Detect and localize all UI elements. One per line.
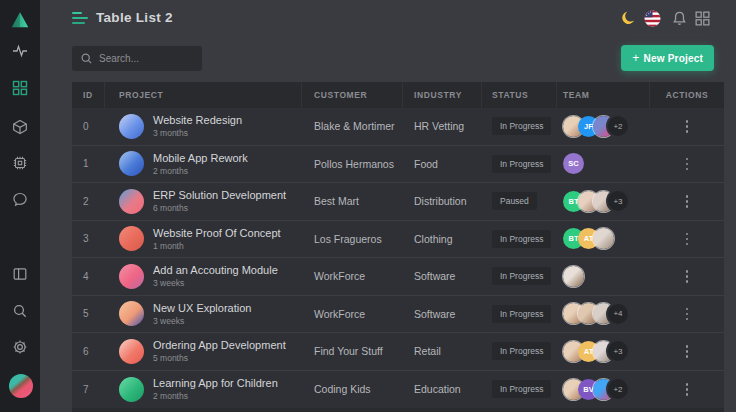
row-actions-menu-button[interactable] [679, 153, 696, 176]
status-badge: In Progress [492, 155, 551, 173]
customer-cell: Coding Kids [302, 371, 403, 409]
project-avatar [119, 151, 144, 176]
project-avatar [119, 226, 144, 251]
status-badge: Paused [492, 192, 537, 210]
status-cell: In Progress [482, 108, 557, 145]
plus-icon: + [632, 51, 639, 65]
apps-menu-button[interactable] [694, 10, 711, 27]
sidebar-item-search[interactable] [12, 303, 28, 319]
dark-mode-toggle[interactable] [620, 10, 637, 27]
actions-cell [650, 333, 724, 370]
project-name[interactable]: Learning App for Children [153, 377, 278, 389]
status-badge: In Progress [492, 267, 551, 285]
project-avatar [119, 301, 144, 326]
team-member-photo[interactable] [563, 266, 584, 287]
team-extra-count[interactable]: +4 [608, 304, 628, 324]
project-name[interactable]: ERP Solution Development [153, 189, 286, 201]
project-avatar [119, 114, 144, 139]
row-id: 0 [72, 108, 105, 145]
settings-gear-icon [12, 339, 28, 355]
table-row: 7 Learning App for Children 2 months Cod… [72, 371, 724, 409]
row-id: 1 [72, 146, 105, 183]
row-id: 2 [72, 183, 105, 220]
row-actions-menu-button[interactable] [679, 303, 696, 326]
triangle-logo-icon [9, 9, 31, 31]
status-badge: In Progress [492, 380, 551, 398]
row-actions-menu-button[interactable] [679, 115, 696, 138]
team-member-initials[interactable]: SC [563, 153, 584, 174]
project-name[interactable]: Add an Accouting Module [153, 264, 278, 276]
search-icon [80, 52, 93, 65]
column-header-customer: CUSTOMER [302, 82, 403, 108]
row-actions-menu-button[interactable] [679, 190, 696, 213]
industry-cell: Education [403, 371, 482, 409]
team-cell: BV+2 [557, 371, 650, 409]
search-icon [12, 303, 28, 319]
status-cell: In Progress [482, 258, 557, 295]
row-id: 3 [72, 221, 105, 258]
actions-cell [650, 108, 724, 145]
table-row: 4 Add an Accouting Module 3 weeks WorkFo… [72, 258, 724, 296]
dashboard-grid-icon [12, 80, 28, 96]
bell-icon [671, 10, 688, 27]
row-actions-menu-button[interactable] [679, 378, 696, 401]
row-actions-menu-button[interactable] [679, 265, 696, 288]
team-extra-count[interactable]: +3 [608, 191, 628, 211]
industry-cell: Clothing [403, 221, 482, 258]
team-cell: SC [557, 146, 650, 183]
top-bar: Table List 2 [40, 0, 736, 36]
column-header-id: ID [72, 82, 105, 108]
sidebar-item-products[interactable] [12, 119, 28, 135]
status-cell: In Progress [482, 221, 557, 258]
project-cell: Mobile App Rework 2 months [105, 146, 302, 183]
notifications-button[interactable] [671, 10, 688, 27]
row-id: 7 [72, 371, 105, 409]
project-cell: New UX Exploration 3 weeks [105, 296, 302, 333]
sidebar-item-layout[interactable] [12, 266, 28, 282]
industry-cell: Distribution [403, 183, 482, 220]
sidebar-item-activity[interactable] [12, 43, 28, 59]
team-cell: BT+3 [557, 183, 650, 220]
customer-cell: Best Mart [302, 183, 403, 220]
table-body: 0 Website Redesign 3 months Blake & Mort… [72, 108, 724, 408]
project-cell: Add an Accouting Module 3 weeks [105, 258, 302, 295]
project-duration: 3 months [153, 128, 242, 138]
row-actions-menu-button[interactable] [679, 340, 696, 363]
language-selector[interactable] [644, 10, 661, 27]
team-extra-count[interactable]: +3 [608, 341, 628, 361]
app-logo[interactable] [0, 6, 40, 34]
project-name[interactable]: Ordering App Development [153, 339, 286, 351]
project-duration: 2 months [153, 166, 248, 176]
sidebar-item-system[interactable] [12, 155, 28, 171]
table-row: 6 Ordering App Development 5 months Find… [72, 333, 724, 371]
sidebar-item-settings[interactable] [12, 339, 28, 355]
menu-toggle-icon[interactable] [72, 12, 88, 24]
project-name[interactable]: Website Redesign [153, 114, 242, 126]
project-name[interactable]: New UX Exploration [153, 302, 251, 314]
package-icon [12, 119, 28, 135]
team-extra-count[interactable]: +2 [608, 116, 628, 136]
table-header: ID PROJECT CUSTOMER INDUSTRY STATUS TEAM… [72, 82, 724, 108]
project-name[interactable]: Website Proof Of Concept [153, 227, 281, 239]
sidebar-item-dashboard[interactable] [12, 80, 28, 96]
project-cell: Learning App for Children 2 months [105, 371, 302, 409]
projects-table: ID PROJECT CUSTOMER INDUSTRY STATUS TEAM… [72, 82, 724, 408]
project-duration: 3 weeks [153, 316, 251, 326]
team-member-photo[interactable] [593, 228, 614, 249]
project-name[interactable]: Mobile App Rework [153, 152, 248, 164]
team-extra-count[interactable]: +2 [608, 379, 628, 399]
column-header-project: PROJECT [105, 82, 302, 108]
project-duration: 1 month [153, 241, 281, 251]
actions-cell [650, 371, 724, 409]
row-id: 5 [72, 296, 105, 333]
row-actions-menu-button[interactable] [679, 228, 696, 251]
new-project-button[interactable]: +New Project [621, 45, 714, 71]
table-row: 0 Website Redesign 3 months Blake & Mort… [72, 108, 724, 146]
team-cell: JF+2 [557, 108, 650, 145]
customer-cell: WorkForce [302, 296, 403, 333]
status-cell: Paused [482, 183, 557, 220]
status-cell: In Progress [482, 296, 557, 333]
sidebar-item-messages[interactable] [12, 191, 28, 207]
user-avatar[interactable] [9, 374, 33, 398]
table-row: 2 ERP Solution Development 6 months Best… [72, 183, 724, 221]
